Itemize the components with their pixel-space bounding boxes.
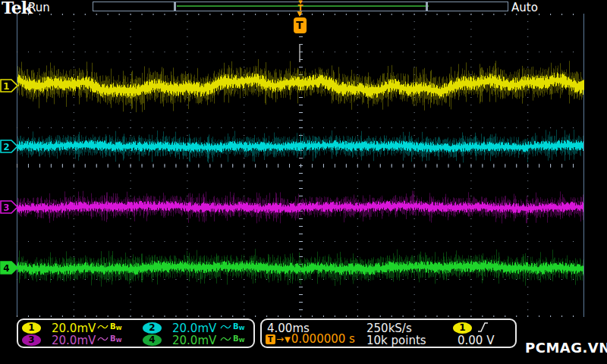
bandwidth-limit-icon: B <box>233 323 239 331</box>
oscilloscope-screen: Tek Run ▼ T Auto ▼ T 1 2 3 4 1 20.0mV BW… <box>0 0 607 364</box>
channel-3-coupling-bw: BW <box>97 335 121 344</box>
channel-2-badge: 2 <box>143 322 162 334</box>
bandwidth-limit-icon: B <box>233 335 239 343</box>
waveform-display <box>17 14 584 317</box>
channel-1-coupling-bw: BW <box>97 323 121 331</box>
horizontal-trigger-readout-box: 4.00ms 250kS/s 1 T → ▼ 0.000000 s 10k po… <box>260 318 517 348</box>
trigger-position-line <box>299 44 300 62</box>
channel-3-badge: 3 <box>22 334 41 346</box>
ac-coupling-icon <box>220 323 231 331</box>
channel-2-coupling-bw: BW <box>220 323 244 331</box>
sample-rate: 250kS/s <box>366 322 412 334</box>
trigger-delay-value: 0.000000 s <box>291 334 355 345</box>
channel-4-coupling-bw: BW <box>220 335 244 344</box>
acquisition-status: Run <box>28 1 50 14</box>
record-bracket-right <box>426 2 428 11</box>
channel-readout-box: 1 20.0mV BW 2 20.0mV BW 3 20.0mV BW 4 20… <box>17 318 255 348</box>
bandwidth-limit-sub: W <box>116 338 122 344</box>
channel-3-position-marker: 3 <box>0 200 18 214</box>
channel-1-badge: 1 <box>22 322 41 334</box>
channel-4-scale: 20.0mV <box>172 334 216 347</box>
svg-text:1: 1 <box>3 81 9 92</box>
record-bracket-left <box>174 2 176 11</box>
right-arrow-icon: → <box>276 334 284 345</box>
bandwidth-limit-icon: B <box>110 335 116 343</box>
trigger-mode-status: Auto <box>511 1 538 14</box>
trigger-level-arrow-icon <box>574 80 584 90</box>
channel-2-position-marker: 2 <box>0 140 18 153</box>
svg-text:3: 3 <box>3 202 9 213</box>
ac-coupling-icon <box>97 335 109 344</box>
channel-4-badge: 4 <box>143 334 162 346</box>
svg-text:4: 4 <box>3 263 9 274</box>
down-triangle-icon: ▼ <box>285 334 291 345</box>
bandwidth-limit-sub: W <box>116 326 122 331</box>
svg-text:2: 2 <box>3 142 9 152</box>
trigger-t-icon: T <box>266 334 275 344</box>
trigger-source-badge: 1 <box>453 322 472 334</box>
rising-edge-slope-icon <box>477 322 489 334</box>
ac-coupling-icon <box>220 335 231 344</box>
channel-4-position-marker: 4 <box>0 261 18 275</box>
watermark: PCMAG.VN <box>525 340 607 356</box>
ac-coupling-icon <box>97 323 109 331</box>
record-length: 10k points <box>366 334 426 347</box>
channel-1-position-marker: 1 <box>0 79 18 93</box>
trigger-arrow-icon: ▼ <box>293 11 307 17</box>
trigger-delay-readout: T → ▼ 0.000000 s <box>266 334 355 345</box>
trigger-level-value: 0.00 V <box>458 334 494 347</box>
channel-3-scale: 20.0mV <box>52 334 96 347</box>
bandwidth-limit-sub: W <box>239 326 245 331</box>
trigger-position-flag: ▼ T <box>293 11 307 33</box>
bandwidth-limit-sub: W <box>239 338 245 344</box>
bandwidth-limit-icon: B <box>110 323 116 331</box>
channel-2-scale: 20.0mV <box>172 322 216 334</box>
trigger-t-flag: T <box>294 17 307 33</box>
channel-1-scale: 20.0mV <box>52 322 96 334</box>
